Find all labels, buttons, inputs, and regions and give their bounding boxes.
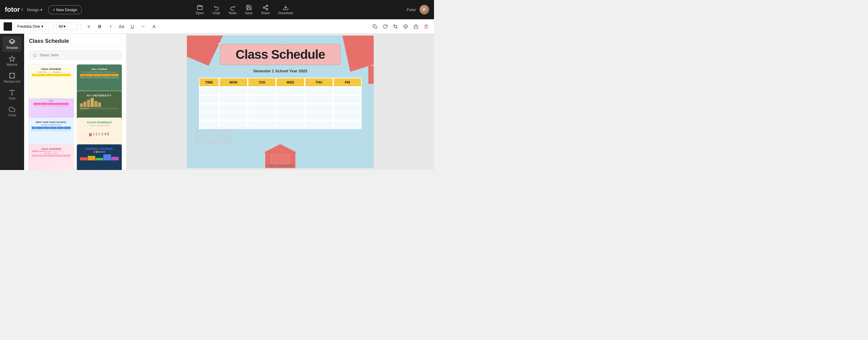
letter-spacing-icon: ↔ [141,24,146,29]
search-icon [33,53,37,57]
share-action[interactable]: Share [261,4,270,15]
download-icon [283,4,289,10]
svg-line-4 [265,8,267,9]
italic-button[interactable]: I [106,22,115,31]
bottom-label-text: Class Schedule [267,163,294,167]
deco-top-left [187,36,223,66]
toolbar-right [371,22,430,31]
text-icon [9,89,16,96]
separator [81,23,81,30]
rotate-icon [383,24,388,29]
canvas-bottom-label: Class Schedule [267,163,294,167]
chevron-down-icon: ▾ [40,7,42,12]
template-item[interactable]: Class Schedule School Year _____ Semeste… [28,64,74,99]
logo-superscript: ® [21,8,23,11]
design-menu[interactable]: Design ▾ [27,7,42,12]
save-label: Save [245,11,253,15]
crop-icon [393,24,398,29]
redo-icon [230,4,236,10]
lock-button[interactable] [412,22,420,31]
delete-button[interactable] [422,22,430,31]
duplicate-button[interactable] [371,22,379,31]
font-selector[interactable]: Fredoka One ▾ [14,23,54,30]
cloud-icon [9,106,16,113]
font-size-button[interactable]: Aa [117,22,126,31]
table-header-mon: MON [219,78,248,87]
undo-icon [213,4,219,10]
new-design-label: + New Design [53,7,77,12]
avatar: F [420,5,429,14]
sidebar-item-label: Template [6,46,19,50]
download-label: Download [278,11,293,15]
design-label: Design [27,7,39,12]
undo-label: Undo [212,11,220,15]
title-selection: Class Schedule [220,44,341,65]
star-icon [9,56,16,62]
table-header-fri: FRI [333,78,362,87]
svg-point-3 [266,8,268,10]
font-name: Fredoka One [17,24,40,29]
table-row [199,87,362,95]
svg-marker-11 [9,56,15,61]
open-label: Open [196,11,204,15]
lock-icon [413,24,418,29]
sidebar-item-texts[interactable]: Texts [2,87,22,102]
template-item[interactable]: PAINTING COURSES [76,144,122,170]
svg-point-1 [266,5,268,7]
table-row [199,112,362,121]
sidebar-item-label: Texts [8,97,16,100]
redo-action[interactable]: Redo [229,4,237,15]
layers-icon [9,38,16,45]
table-header-row: TIME MON TUS WED THU FRI [199,78,362,87]
rotate-button[interactable] [381,22,390,31]
search-input[interactable] [39,53,118,57]
delete-icon [424,24,429,29]
svg-point-13 [33,53,36,56]
underline-button[interactable]: U [128,22,136,31]
svg-marker-10 [9,39,15,43]
open-icon [197,4,203,10]
save-action[interactable]: Save [245,4,253,15]
font-size-box[interactable]: 60 ▾ [56,23,77,30]
logo: fotor® [5,6,23,13]
redo-label: Redo [229,11,237,15]
toolbar: Fredoka One ▾ 60 ▾ ≡ B I Aa U ↔ A [0,19,434,34]
size-aa-icon: Aa [119,24,124,29]
sidebar-item-label: Background [4,80,20,83]
canvas-subtitle: Semester 1 School Year 2023 [253,69,307,73]
case-button[interactable]: A [150,22,158,31]
topbar-actions: Open Undo Redo Save Share Download [82,4,407,15]
search-box[interactable] [28,51,122,59]
sidebar-item-cloud[interactable]: Cloud [2,104,22,119]
underline-icon: U [131,24,134,29]
align-icon: ≡ [88,24,90,29]
sidebar-item-template[interactable]: Template [2,36,22,52]
crop-button[interactable] [391,22,400,31]
template-item[interactable]: Class Schedule Monday - Friday [28,144,74,170]
topbar-right: Fotor F [407,5,429,14]
new-design-button[interactable]: + New Design [48,5,82,14]
bold-icon: B [98,24,101,29]
sidebar-item-material[interactable]: Material [2,53,22,69]
layers-button[interactable] [401,22,410,31]
bold-button[interactable]: B [96,22,104,31]
undo-action[interactable]: Undo [212,4,220,15]
table-header-thu: THU [305,78,333,87]
open-action[interactable]: Open [196,4,204,15]
align-button[interactable]: ≡ [85,22,93,31]
font-size-value: 60 [59,24,63,29]
sidebar-item-background[interactable]: Background [2,70,22,86]
svg-rect-7 [374,26,377,29]
table-row [199,95,362,104]
svg-point-2 [263,7,265,8]
sidebar: Template Material Background Texts Cloud [0,34,24,170]
download-action[interactable]: Download [278,4,293,15]
topbar: fotor® Design ▾ + New Design Open Undo R… [0,0,434,19]
canvas-subtitle-container: Semester 1 School Year 2023 [187,68,374,73]
chevron-down-icon: ▾ [64,24,66,29]
letter-spacing-button[interactable]: ↔ [139,22,147,31]
svg-rect-0 [197,6,203,10]
font-color-picker[interactable] [4,22,12,31]
svg-line-5 [265,6,267,7]
case-icon: A [153,24,156,29]
